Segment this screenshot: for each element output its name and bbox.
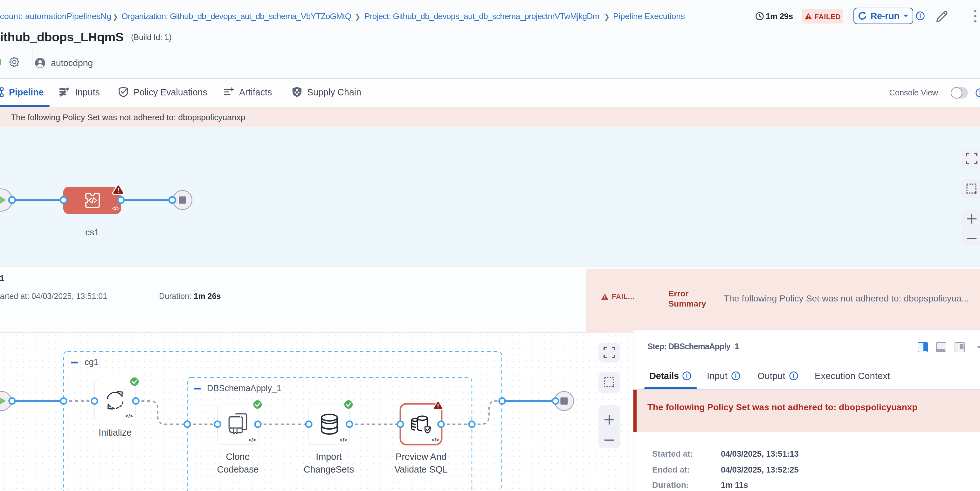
svg-text:</>: </> [248,437,256,443]
svg-text:</>: </> [431,437,439,443]
svg-text:</>: </> [112,206,119,211]
svg-text:</>: </> [340,437,347,443]
svg-text:</>: </> [125,413,133,419]
